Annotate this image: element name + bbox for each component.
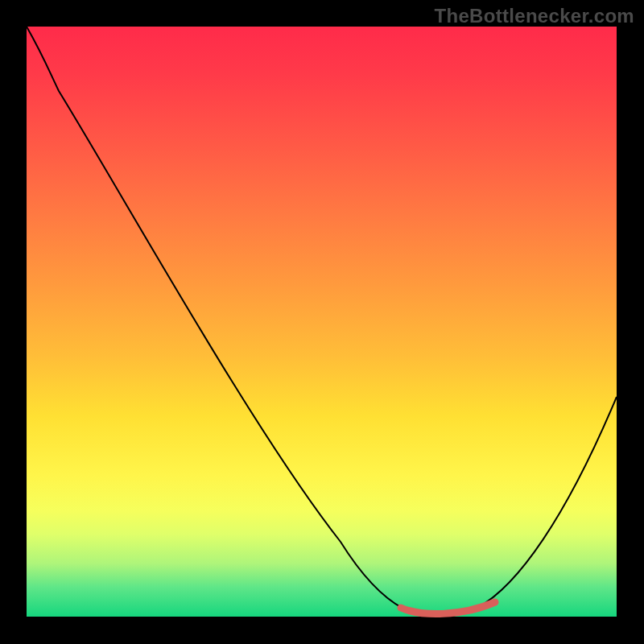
brand-watermark: TheBottlenecker.com — [435, 5, 634, 27]
chart-frame: TheBottlenecker.com — [0, 0, 644, 644]
bottleneck-curve — [27, 27, 617, 617]
valley-highlight — [401, 602, 495, 614]
curve-layer — [27, 27, 617, 617]
plot-area — [27, 27, 617, 617]
